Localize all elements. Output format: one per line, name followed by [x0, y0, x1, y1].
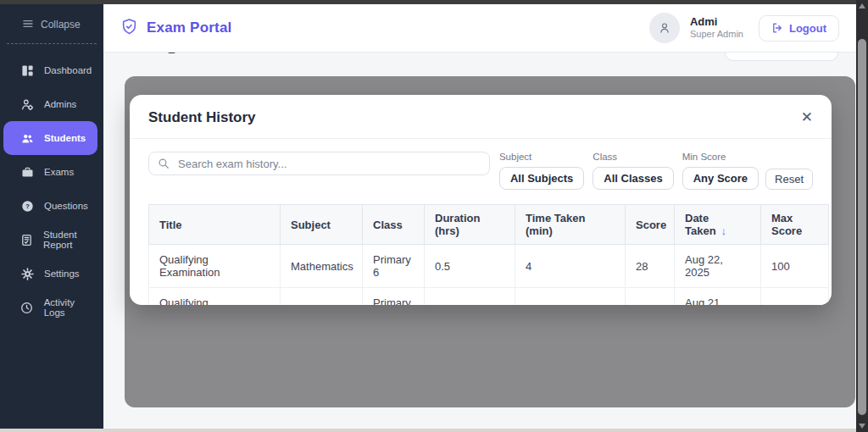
brand: Exam Portal: [120, 18, 231, 39]
modal-title: Student History: [148, 109, 256, 126]
sidebar-collapse-toggle[interactable]: Collapse: [0, 0, 103, 30]
search-icon: [158, 158, 170, 173]
activity-logs-icon: [20, 301, 34, 314]
filter-dropdown-subject[interactable]: All Subjects: [499, 167, 584, 190]
window-chrome-top: [0, 0, 868, 4]
collapse-label: Collapse: [41, 19, 81, 30]
table-cell: 5: [515, 288, 626, 306]
admins-icon: [20, 97, 34, 111]
filter-group-subject: SubjectAll Subjects: [499, 152, 584, 190]
table-cell: 100: [761, 288, 829, 306]
table-row: Qualifying ExaminationSpellingsPrimary 6…: [149, 288, 829, 306]
exams-icon: [20, 165, 34, 179]
table-cell: Primary 6: [363, 288, 425, 306]
filter-dropdown-class[interactable]: All Classes: [593, 167, 673, 190]
student-history-table: TitleSubjectClassDuration (hrs)Time Take…: [148, 204, 829, 305]
table-cell: Spellings: [281, 288, 363, 306]
scrollbar-thumb[interactable]: [858, 39, 866, 415]
sidebar-item-label: Dashboard: [44, 65, 92, 75]
logout-label: Logout: [789, 22, 826, 35]
column-header-subject[interactable]: Subject: [281, 205, 363, 245]
sidebar: Collapse DashboardAdminsStudentsExams?Qu…: [0, 0, 103, 429]
vertical-scrollbar[interactable]: [856, 0, 868, 432]
avatar[interactable]: [649, 13, 680, 43]
sidebar-divider: [7, 43, 97, 44]
logout-icon: [771, 22, 783, 34]
filter-label: Class: [593, 152, 673, 162]
close-icon[interactable]: ✕: [799, 108, 815, 126]
shield-check-icon: [120, 18, 138, 39]
table-row: Qualifying ExaminationMathematicsPrimary…: [149, 245, 829, 288]
sidebar-item-label: Questions: [44, 201, 88, 211]
table-cell: 80: [626, 288, 675, 306]
reset-button[interactable]: Reset: [765, 169, 813, 190]
sidebar-item-dashboard[interactable]: Dashboard: [3, 53, 97, 87]
column-header-duration-hrs-[interactable]: Duration (hrs): [425, 205, 515, 245]
user-name: Admi: [690, 15, 743, 29]
svg-text:?: ?: [25, 202, 30, 210]
table-body: Qualifying ExaminationMathematicsPrimary…: [149, 245, 829, 306]
column-header-max-score[interactable]: Max Score: [761, 205, 829, 245]
filter-group-class: ClassAll Classes: [593, 152, 673, 190]
sidebar-item-activity-logs[interactable]: Activity Logs: [3, 291, 97, 324]
scroll-up-icon[interactable]: [859, 3, 865, 8]
sidebar-item-label: Activity Logs: [44, 297, 97, 318]
sidebar-item-label: Exams: [44, 167, 74, 177]
sidebar-item-exams[interactable]: Exams: [3, 155, 97, 189]
app-header: Exam Portal Admi Super Admin Logout: [103, 4, 856, 53]
column-header-date-taken[interactable]: Date Taken↓: [675, 205, 761, 245]
sidebar-item-label: Settings: [44, 269, 80, 279]
dashboard-icon: [20, 64, 34, 77]
sidebar-item-questions[interactable]: ?Questions: [3, 189, 97, 223]
sidebar-nav: DashboardAdminsStudentsExams?QuestionsSt…: [0, 53, 103, 324]
sidebar-item-students[interactable]: Students: [3, 121, 97, 155]
app-title: Exam Portal: [147, 19, 231, 36]
column-header-title[interactable]: Title: [149, 205, 281, 245]
table-cell: 28: [626, 245, 675, 288]
sort-desc-icon: ↓: [721, 224, 727, 237]
person-icon: [658, 21, 671, 35]
column-header-class[interactable]: Class: [363, 205, 425, 245]
table-cell: Qualifying Examination: [149, 245, 281, 288]
logout-button[interactable]: Logout: [759, 15, 839, 42]
sidebar-item-label: Admins: [44, 99, 76, 109]
sidebar-item-student-report[interactable]: Student Report: [3, 223, 97, 257]
settings-icon: [20, 267, 34, 280]
table-cell: 0.25: [425, 288, 515, 306]
hamburger-icon: [23, 19, 33, 30]
sidebar-item-admins[interactable]: Admins: [3, 87, 97, 121]
table-cell: Aug 21, 2025: [675, 288, 761, 306]
student-report-icon: [20, 233, 33, 246]
sidebar-item-label: Student Report: [43, 230, 97, 250]
window-chrome-bottom: [0, 429, 868, 432]
filter-group-min-score: Min ScoreAny Score: [682, 152, 759, 190]
table-cell: Qualifying Examination: [149, 288, 281, 306]
column-header-time-taken-min-[interactable]: Time Taken (min): [515, 205, 626, 245]
scroll-down-icon[interactable]: [859, 424, 865, 429]
questions-icon: ?: [20, 199, 34, 213]
filter-dropdown-min-score[interactable]: Any Score: [682, 167, 759, 190]
students-icon: [20, 131, 34, 145]
user-info: Admi Super Admin: [690, 15, 743, 41]
user-role: Super Admin: [690, 29, 743, 41]
table-header-row: TitleSubjectClassDuration (hrs)Time Take…: [149, 205, 829, 245]
filters: SubjectAll SubjectsClassAll ClassesMin S…: [499, 152, 759, 190]
sidebar-item-label: Students: [44, 133, 86, 143]
table-cell: Primary 6: [363, 245, 425, 288]
student-history-modal: Student History ✕ SubjectAll SubjectsCla…: [130, 95, 832, 305]
sidebar-item-settings[interactable]: Settings: [3, 257, 97, 291]
filter-label: Min Score: [682, 152, 759, 162]
table-cell: Aug 22, 2025: [675, 245, 761, 288]
search-input[interactable]: [148, 152, 490, 175]
column-header-score[interactable]: Score: [626, 205, 675, 245]
table-cell: Mathematics: [281, 245, 363, 288]
table-cell: 4: [515, 245, 626, 288]
table-cell: 0.5: [425, 245, 515, 288]
table-cell: 100: [761, 245, 829, 288]
filter-label: Subject: [499, 152, 584, 162]
